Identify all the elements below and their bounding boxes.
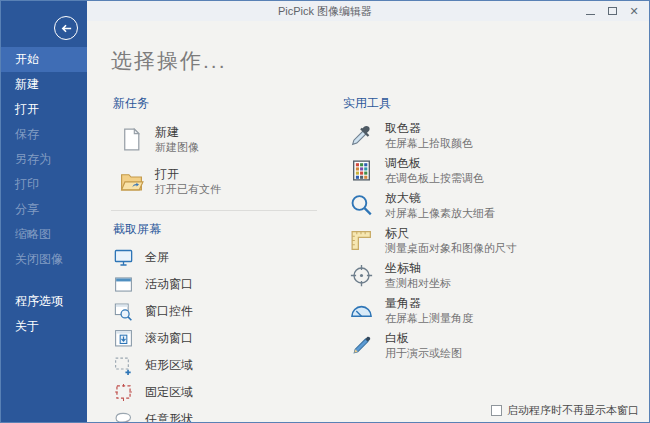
section-header-utilities: 实用工具 bbox=[343, 95, 591, 112]
palette-grid-icon bbox=[349, 158, 374, 183]
sidebar-item-close-image: 关闭图像 bbox=[1, 247, 87, 272]
item-crosshair[interactable]: 坐标轴查测相对坐标 bbox=[341, 258, 591, 293]
item-label: 调色板 bbox=[385, 156, 484, 171]
startup-checkbox[interactable] bbox=[491, 405, 502, 416]
item-sublabel: 在调色板上按需调色 bbox=[385, 171, 484, 185]
startup-checkbox-row[interactable]: 启动程序时不再显示本窗口 bbox=[491, 403, 639, 418]
window-controls: ✕ bbox=[579, 1, 645, 21]
item-sublabel: 新建图像 bbox=[155, 140, 199, 154]
column-left: 新任务新建新建图像打开打开已有文件截取屏幕全屏活动窗口窗口控件滚动窗口矩形区域固… bbox=[111, 91, 325, 423]
item-rectangle-area[interactable]: 矩形区域 bbox=[111, 352, 325, 379]
sidebar-item-thumbnail: 缩略图 bbox=[1, 222, 87, 247]
window-title: PicPick 图像编辑器 bbox=[1, 4, 649, 19]
sidebar-item-print: 打印 bbox=[1, 172, 87, 197]
item-window-control[interactable]: 窗口控件 bbox=[111, 298, 325, 325]
item-label: 矩形区域 bbox=[145, 358, 193, 373]
item-sublabel: 在屏幕上测量角度 bbox=[385, 311, 473, 325]
close-icon: ✕ bbox=[629, 6, 638, 17]
startup-checkbox-label: 启动程序时不再显示本窗口 bbox=[507, 403, 639, 418]
new-document-icon bbox=[119, 127, 144, 152]
ruler-icon bbox=[349, 228, 374, 253]
sidebar-item-about[interactable]: 关于 bbox=[1, 314, 87, 339]
open-folder-icon bbox=[119, 169, 144, 194]
crosshair-icon bbox=[349, 263, 374, 288]
sidebar-item-start[interactable]: 开始 bbox=[1, 47, 87, 72]
item-text: 任意形状 bbox=[145, 412, 193, 423]
picpick-window: PicPick 图像编辑器 ✕ 开始新建打开保存另存为打印分享缩略图关闭图像 程… bbox=[0, 0, 650, 423]
maximize-button[interactable] bbox=[601, 1, 623, 21]
item-new-image[interactable]: 新建新建图像 bbox=[111, 118, 325, 160]
item-label: 白板 bbox=[385, 331, 462, 346]
eyedropper-icon bbox=[349, 123, 374, 148]
item-text: 标尺测量桌面对象和图像的尺寸 bbox=[385, 226, 517, 255]
sidebar-item-share: 分享 bbox=[1, 197, 87, 222]
item-label: 量角器 bbox=[385, 296, 473, 311]
window-magnifier-icon bbox=[113, 301, 134, 322]
monitor-icon bbox=[113, 247, 134, 268]
item-sublabel: 对屏幕上像素放大细看 bbox=[385, 206, 495, 220]
item-text: 活动窗口 bbox=[145, 277, 193, 292]
item-label: 放大镜 bbox=[385, 191, 495, 206]
item-scrolling-window[interactable]: 滚动窗口 bbox=[111, 325, 325, 352]
item-label: 坐标轴 bbox=[385, 261, 451, 276]
sidebar-item-save: 保存 bbox=[1, 122, 87, 147]
item-label: 打开 bbox=[155, 167, 221, 182]
sidebar-bottom-items: 程序选项关于 bbox=[1, 289, 87, 339]
column-right: 实用工具取色器在屏幕上拾取颜色调色板在调色板上按需调色放大镜对屏幕上像素放大细看… bbox=[341, 91, 591, 423]
item-text: 打开打开已有文件 bbox=[155, 167, 221, 196]
item-label: 活动窗口 bbox=[145, 277, 193, 292]
item-active-window[interactable]: 活动窗口 bbox=[111, 271, 325, 298]
item-label: 窗口控件 bbox=[145, 304, 193, 319]
section-header-new-task: 新任务 bbox=[113, 95, 325, 112]
columns: 新任务新建新建图像打开打开已有文件截取屏幕全屏活动窗口窗口控件滚动窗口矩形区域固… bbox=[111, 91, 649, 423]
item-protractor[interactable]: 量角器在屏幕上测量角度 bbox=[341, 293, 591, 328]
freehand-shape-icon bbox=[113, 409, 134, 423]
item-text: 固定区域 bbox=[145, 385, 193, 400]
sidebar-item-program-options[interactable]: 程序选项 bbox=[1, 289, 87, 314]
sidebar-item-open[interactable]: 打开 bbox=[1, 97, 87, 122]
item-ruler[interactable]: 标尺测量桌面对象和图像的尺寸 bbox=[341, 223, 591, 258]
item-color-palette[interactable]: 调色板在调色板上按需调色 bbox=[341, 153, 591, 188]
item-fullscreen[interactable]: 全屏 bbox=[111, 244, 325, 271]
item-text: 量角器在屏幕上测量角度 bbox=[385, 296, 473, 325]
maximize-icon bbox=[608, 7, 617, 15]
backstage-content: 选择操作... 新任务新建新建图像打开打开已有文件截取屏幕全屏活动窗口窗口控件滚… bbox=[87, 21, 649, 422]
item-label: 标尺 bbox=[385, 226, 517, 241]
item-text: 全屏 bbox=[145, 250, 169, 265]
item-text: 新建新建图像 bbox=[155, 125, 199, 154]
fixed-region-icon bbox=[113, 382, 134, 403]
item-open-file[interactable]: 打开打开已有文件 bbox=[111, 160, 325, 202]
item-text: 放大镜对屏幕上像素放大细看 bbox=[385, 191, 495, 220]
section-divider bbox=[111, 210, 317, 211]
minimize-button[interactable] bbox=[579, 1, 601, 21]
protractor-icon bbox=[349, 298, 374, 323]
item-text: 窗口控件 bbox=[145, 304, 193, 319]
item-freehand[interactable]: 任意形状 bbox=[111, 406, 325, 423]
item-label: 任意形状 bbox=[145, 412, 193, 423]
back-arrow-icon bbox=[60, 22, 73, 35]
sidebar: 开始新建打开保存另存为打印分享缩略图关闭图像 程序选项关于 bbox=[1, 1, 87, 422]
item-color-picker[interactable]: 取色器在屏幕上拾取颜色 bbox=[341, 118, 591, 153]
close-button[interactable]: ✕ bbox=[623, 1, 645, 21]
item-label: 新建 bbox=[155, 125, 199, 140]
item-sublabel: 在屏幕上拾取颜色 bbox=[385, 136, 473, 150]
item-fixed-area[interactable]: 固定区域 bbox=[111, 379, 325, 406]
active-window-icon bbox=[113, 274, 134, 295]
item-sublabel: 用于演示或绘图 bbox=[385, 346, 462, 360]
item-whiteboard[interactable]: 白板用于演示或绘图 bbox=[341, 328, 591, 363]
pen-icon bbox=[349, 333, 374, 358]
item-sublabel: 打开已有文件 bbox=[155, 182, 221, 196]
rectangle-select-icon bbox=[113, 355, 134, 376]
item-text: 白板用于演示或绘图 bbox=[385, 331, 462, 360]
item-label: 固定区域 bbox=[145, 385, 193, 400]
item-text: 滚动窗口 bbox=[145, 331, 193, 346]
item-text: 调色板在调色板上按需调色 bbox=[385, 156, 484, 185]
item-text: 坐标轴查测相对坐标 bbox=[385, 261, 451, 290]
item-magnifier[interactable]: 放大镜对屏幕上像素放大细看 bbox=[341, 188, 591, 223]
sidebar-item-new[interactable]: 新建 bbox=[1, 72, 87, 97]
back-button[interactable] bbox=[54, 16, 78, 40]
magnifier-icon bbox=[349, 193, 374, 218]
minimize-icon bbox=[586, 14, 595, 15]
item-label: 全屏 bbox=[145, 250, 169, 265]
item-text: 矩形区域 bbox=[145, 358, 193, 373]
